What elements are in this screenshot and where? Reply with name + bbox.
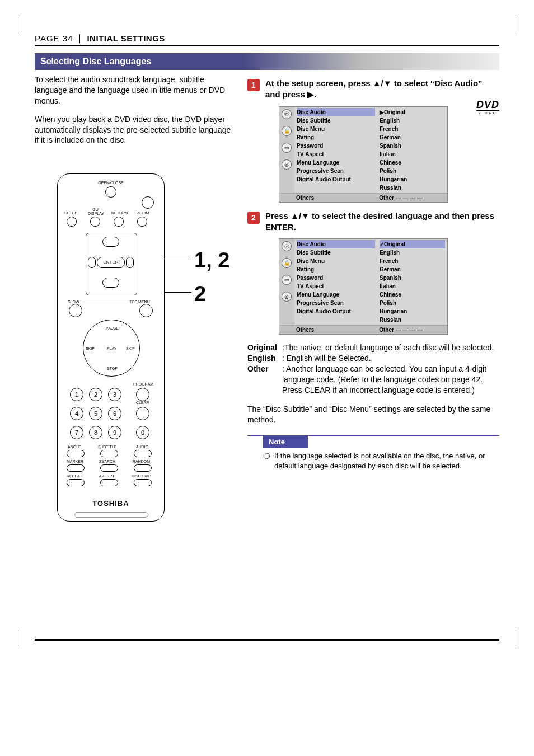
- subtitle-label: SUBTITLE: [98, 445, 116, 449]
- return-label: RETURN: [111, 211, 128, 215]
- digit-3: 3: [108, 388, 121, 401]
- audio-label: AUDIO: [136, 445, 148, 449]
- def-original-term: Original: [247, 342, 282, 353]
- disc-skip-button: [134, 479, 152, 486]
- osd-item-disc-audio: Disc Audio: [297, 108, 375, 116]
- osd-item: Progressive Scan: [297, 167, 375, 175]
- osd-option: Spanish: [380, 274, 445, 282]
- page-header: PAGE 34 INITIAL SETTINGS: [35, 34, 499, 46]
- crop-mark: [512, 17, 516, 34]
- osd-item: Digital Audio Output: [297, 307, 375, 316]
- page-number: PAGE 34: [35, 34, 73, 43]
- osd-item: Disc Subtitle: [297, 248, 375, 257]
- digit-9: 9: [108, 426, 121, 439]
- osd-item: Disc Menu: [297, 257, 375, 265]
- digit-5: 5: [89, 407, 102, 420]
- zoom-button: [137, 217, 147, 227]
- brand-label: TOSHIBA: [58, 499, 164, 509]
- angle-button: [67, 450, 85, 457]
- def-english-term: English: [247, 353, 282, 364]
- def-other-term: Other: [247, 364, 282, 396]
- ab-rpt-label: A-B RPT: [99, 474, 115, 478]
- osd-option: German: [380, 265, 445, 274]
- subtitle-button: [100, 450, 118, 457]
- skip-next-label: SKIP: [126, 346, 135, 350]
- digit-8: 8: [89, 426, 102, 439]
- subsection-title-bar: Selecting Disc Languages: [35, 53, 499, 70]
- note-bullet-icon: ❍: [263, 451, 270, 471]
- slow-rev-button: [69, 304, 82, 317]
- random-label: RANDOM: [133, 459, 150, 463]
- lock-icon: 🔒: [282, 126, 292, 136]
- osd-item: Password: [297, 274, 375, 282]
- right-icon: ▶: [307, 89, 314, 100]
- remote-control-diagram: OPEN/CLOSE SETUP GUI DISPLAY RETURN ZOOM: [57, 173, 165, 522]
- globe-icon: ㊌: [282, 241, 292, 251]
- note-block: Note ❍ If the language selected is not a…: [247, 435, 499, 471]
- lock-icon: 🔒: [282, 258, 292, 268]
- zoom-label: ZOOM: [137, 211, 149, 215]
- osd-option: English: [380, 116, 445, 125]
- digit-1: 1: [70, 388, 83, 401]
- osd-item: Disc Menu: [297, 125, 375, 133]
- power-button: [142, 196, 154, 209]
- dpad-right: [126, 257, 134, 268]
- digit-4: 4: [70, 407, 83, 420]
- enter-button: ENTER: [97, 257, 125, 268]
- disc-skip-label: DISC SKIP: [132, 474, 151, 478]
- osd-option: Chinese: [380, 290, 445, 299]
- osd-item: TV Aspect: [297, 150, 375, 158]
- def-original-text: :The native, or default language of each…: [282, 342, 499, 353]
- definitions: Original :The native, or default languag…: [247, 342, 499, 395]
- callout-line: [163, 259, 191, 259]
- open-close-label: OPEN/CLOSE: [86, 181, 136, 185]
- tv-icon: ▭: [282, 275, 292, 285]
- osd-category-icons: ㊌ 🔒 ▭ ◎: [279, 239, 294, 325]
- callout-steps-1-2: 1, 2: [194, 246, 229, 275]
- disc-icon: ◎: [282, 159, 292, 170]
- osd-option: Hungarian: [380, 307, 445, 316]
- osd-option: French: [380, 257, 445, 265]
- dpad-down: [102, 278, 119, 288]
- subsection-title: Selecting Disc Languages: [40, 57, 151, 67]
- crop-mark: [512, 630, 516, 646]
- dvd-logo-text: DVD: [476, 100, 499, 110]
- def-other-text: : Another language can be selected. You …: [282, 364, 499, 396]
- step-2-badge: 2: [247, 212, 260, 224]
- repeat-label: REPEAT: [67, 474, 82, 478]
- return-button: [114, 217, 124, 227]
- intro-paragraph-1: To select the audio soundtrack language,…: [35, 74, 236, 106]
- digit-2: 2: [89, 388, 102, 401]
- osd-category-icons: ㊌ 🔒 ▭ ◎: [279, 107, 294, 193]
- osd-option: Chinese: [380, 158, 445, 167]
- osd-option: English: [380, 248, 445, 257]
- search-button: [100, 464, 118, 472]
- pause-label: PAUSE: [106, 326, 119, 330]
- dpad-left: [88, 257, 96, 268]
- gui-display-label: GUI DISPLAY: [88, 208, 104, 215]
- gui-display-button: [90, 217, 100, 227]
- osd-menu-2: ㊌ 🔒 ▭ ◎ Disc Audio Disc Subtitle Disc Me…: [279, 238, 448, 335]
- open-close-button: [105, 186, 116, 198]
- program-label: PROGRAM: [133, 382, 153, 386]
- globe-icon: ㊌: [282, 109, 292, 119]
- disc-icon: ◎: [282, 292, 292, 302]
- digit-6: 6: [108, 407, 121, 420]
- up-down-icon: ▲/▼: [291, 210, 310, 222]
- osd-option: Polish: [380, 167, 445, 175]
- clear-button: [136, 407, 149, 420]
- osd-option: Italian: [380, 282, 445, 290]
- skip-prev-label: SKIP: [86, 346, 95, 350]
- marker-button: [67, 464, 85, 472]
- osd-option: Russian: [380, 184, 445, 192]
- osd-option: Spanish: [380, 142, 445, 150]
- osd-option: ▶Original: [380, 108, 445, 116]
- osd-item: Password: [297, 142, 375, 150]
- play-label: PLAY: [107, 346, 116, 350]
- step-2-text: Press ▲/▼ to select the desired language…: [265, 210, 499, 233]
- stop-label: STOP: [107, 367, 118, 370]
- def-english-text: : English will be Selected.: [282, 353, 499, 364]
- osd-option-selected: ✓Original: [380, 240, 445, 248]
- osd-item: Menu Language: [297, 290, 375, 299]
- osd-item: Disc Subtitle: [297, 116, 375, 125]
